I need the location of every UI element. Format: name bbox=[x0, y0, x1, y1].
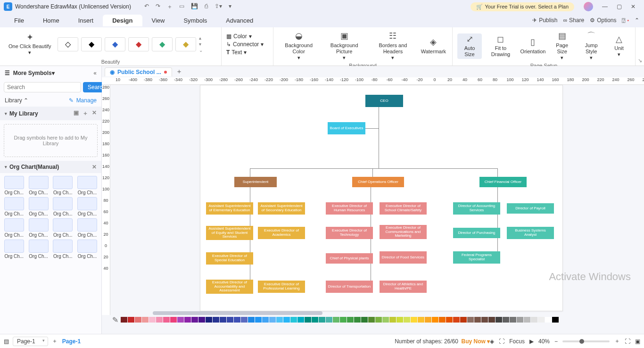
page-selector[interactable]: Page-1 bbox=[13, 337, 48, 346]
color-swatch[interactable] bbox=[453, 317, 460, 323]
watermark-button[interactable]: ◈Watermark bbox=[420, 36, 447, 56]
menu-design[interactable]: Design bbox=[103, 15, 142, 26]
open-icon[interactable]: ▭ bbox=[179, 3, 184, 11]
org-node[interactable]: Board of Executives bbox=[328, 122, 365, 134]
color-swatch[interactable] bbox=[312, 317, 318, 323]
color-swatch[interactable] bbox=[368, 317, 375, 323]
org-node[interactable]: Executive Director of Academics bbox=[258, 227, 305, 239]
org-node[interactable]: Assistant Superintendent of Elementary E… bbox=[206, 202, 253, 215]
color-swatch[interactable] bbox=[361, 317, 368, 323]
symbol-thumb[interactable]: Org Ch... bbox=[76, 176, 99, 195]
add-page-button[interactable]: ＋ bbox=[52, 337, 58, 345]
color-swatch[interactable] bbox=[375, 317, 382, 323]
org-node[interactable]: Director of Food Services bbox=[380, 251, 427, 264]
org-node[interactable]: Director of Athletics and Health/PE bbox=[380, 281, 427, 293]
color-swatch[interactable] bbox=[198, 317, 205, 323]
color-swatch[interactable] bbox=[135, 317, 141, 323]
presentation-icon[interactable]: ▶ bbox=[529, 338, 534, 345]
org-node[interactable]: Federal Programs Specialist bbox=[453, 251, 500, 264]
user-avatar[interactable] bbox=[584, 2, 593, 11]
org-node[interactable]: Executive Director of Professional Learn… bbox=[258, 281, 305, 293]
page-list-icon[interactable]: ▤ bbox=[4, 338, 9, 345]
org-node[interactable]: Superintendent bbox=[234, 177, 277, 187]
auto-size-button[interactable]: ⤢Auto Size bbox=[457, 33, 482, 59]
color-swatch[interactable] bbox=[319, 317, 325, 323]
text-dropdown[interactable]: T Text ▾ bbox=[226, 49, 264, 56]
symbol-thumb[interactable]: Org Ch... bbox=[27, 240, 50, 259]
style-scroll-down-icon[interactable]: ▾ bbox=[199, 41, 203, 47]
symbol-thumb[interactable]: Org Ch... bbox=[3, 218, 25, 238]
color-swatch[interactable] bbox=[184, 317, 191, 323]
color-dropdown[interactable]: ▦ Color ▾ bbox=[226, 33, 264, 40]
share-button[interactable]: ∞ Share bbox=[563, 17, 585, 24]
org-node[interactable]: Chief of Physical plants bbox=[326, 253, 373, 264]
canvas[interactable]: CEOBoard of ExecutivesSuperintendentChie… bbox=[110, 85, 644, 315]
color-swatch[interactable] bbox=[276, 317, 283, 323]
symbol-thumb[interactable]: Org Ch... bbox=[76, 240, 99, 259]
document-tab[interactable]: ◉ Public School ... bbox=[105, 67, 172, 76]
color-swatch[interactable] bbox=[396, 317, 403, 323]
symbol-thumb[interactable]: Org Ch... bbox=[52, 176, 74, 195]
my-library-section[interactable]: ▾My Library ▣ ＋ ✕ bbox=[0, 107, 101, 120]
bg-color-button[interactable]: ◒Background Color ▾ bbox=[278, 30, 319, 62]
publish-button[interactable]: ✈ Publish bbox=[532, 17, 557, 24]
org-node[interactable]: Executive Director of Technology bbox=[326, 227, 373, 239]
section-close-icon[interactable]: ✕ bbox=[92, 164, 97, 170]
org-node[interactable]: Director of Transportation bbox=[326, 281, 373, 293]
org-node[interactable]: Chief Financial Officer bbox=[479, 177, 527, 187]
symbol-thumb[interactable]: Org Ch... bbox=[76, 197, 99, 216]
save-icon[interactable]: 💾 bbox=[191, 3, 198, 11]
menu-view[interactable]: View bbox=[142, 15, 174, 26]
ribbon-launcher-icon[interactable]: ↘ bbox=[638, 58, 642, 64]
zoom-slider[interactable] bbox=[562, 340, 610, 342]
color-swatch[interactable] bbox=[262, 317, 269, 323]
one-click-beautify-button[interactable]: ✦ One Click Beautify ▾ bbox=[5, 32, 55, 57]
org-chart-section[interactable]: ▾Org Chart(Manual) ✕ bbox=[0, 161, 101, 173]
fullscreen-icon[interactable]: ▣ bbox=[635, 338, 640, 345]
color-swatch[interactable] bbox=[156, 317, 163, 323]
new-icon[interactable]: ＋ bbox=[167, 3, 173, 11]
lib-new-icon[interactable]: ▣ bbox=[74, 109, 79, 117]
fit-to-drawing-button[interactable]: ◻Fit to Drawing bbox=[485, 33, 517, 59]
more-symbols-header[interactable]: ☰ More Symbols▾ « bbox=[0, 66, 101, 80]
style-scroll-up-icon[interactable]: ▴ bbox=[199, 35, 203, 41]
symbol-thumb[interactable]: Org Ch... bbox=[27, 218, 50, 238]
color-swatch[interactable] bbox=[290, 317, 297, 323]
color-swatch[interactable] bbox=[439, 317, 446, 323]
unit-button[interactable]: △Unit ▾ bbox=[608, 33, 630, 59]
org-node[interactable]: Assistant Superintendent of Equity and S… bbox=[206, 226, 253, 240]
color-swatch[interactable] bbox=[517, 317, 523, 323]
style-preset-1[interactable]: ◇ bbox=[58, 37, 78, 51]
zoom-in-button[interactable]: ＋ bbox=[614, 337, 620, 345]
style-preset-4[interactable]: ◆ bbox=[128, 37, 149, 51]
symbol-thumb[interactable]: Org Ch... bbox=[52, 240, 74, 259]
style-expand-icon[interactable]: ⌄ bbox=[199, 48, 203, 53]
bg-picture-button[interactable]: ▣Background Picture ▾ bbox=[322, 30, 366, 62]
color-swatch[interactable] bbox=[538, 317, 545, 323]
connector-dropdown[interactable]: ↳ Connector ▾ bbox=[226, 41, 264, 48]
org-node[interactable]: Assistant Superintendent of Secondary Ed… bbox=[258, 202, 305, 215]
color-swatch[interactable] bbox=[481, 317, 488, 323]
color-swatch[interactable] bbox=[170, 317, 177, 323]
eyedropper-icon[interactable]: ✎ bbox=[112, 316, 118, 323]
buy-now-link[interactable]: Buy Now ▾ bbox=[462, 338, 490, 345]
color-swatch[interactable] bbox=[382, 317, 389, 323]
menu-file[interactable]: File bbox=[5, 15, 33, 26]
symbol-thumb[interactable]: Org Ch... bbox=[76, 218, 99, 238]
color-swatch[interactable] bbox=[333, 317, 339, 323]
library-drop-zone[interactable]: Drag symbols here to add to My Library bbox=[4, 124, 98, 157]
style-preset-3[interactable]: ◆ bbox=[105, 37, 125, 51]
symbol-search-input[interactable] bbox=[4, 82, 81, 92]
org-node[interactable]: Business Systems Analyst bbox=[507, 227, 554, 239]
page-indicator[interactable]: Page-1 bbox=[62, 338, 81, 345]
orientation-button[interactable]: ▯Orientation bbox=[520, 36, 546, 56]
jump-style-button[interactable]: ⌒Jump Style ▾ bbox=[578, 30, 605, 62]
menu-symbols[interactable]: Symbols bbox=[174, 15, 216, 26]
color-swatch[interactable] bbox=[510, 317, 516, 323]
color-swatch[interactable] bbox=[142, 317, 149, 323]
style-preset-5[interactable]: ◆ bbox=[152, 37, 173, 51]
color-swatch[interactable] bbox=[495, 317, 502, 323]
style-preset-2[interactable]: ◆ bbox=[81, 37, 102, 51]
org-node[interactable]: Director of Accounting Services bbox=[453, 202, 500, 215]
symbol-thumb[interactable]: Org Ch... bbox=[3, 240, 25, 259]
